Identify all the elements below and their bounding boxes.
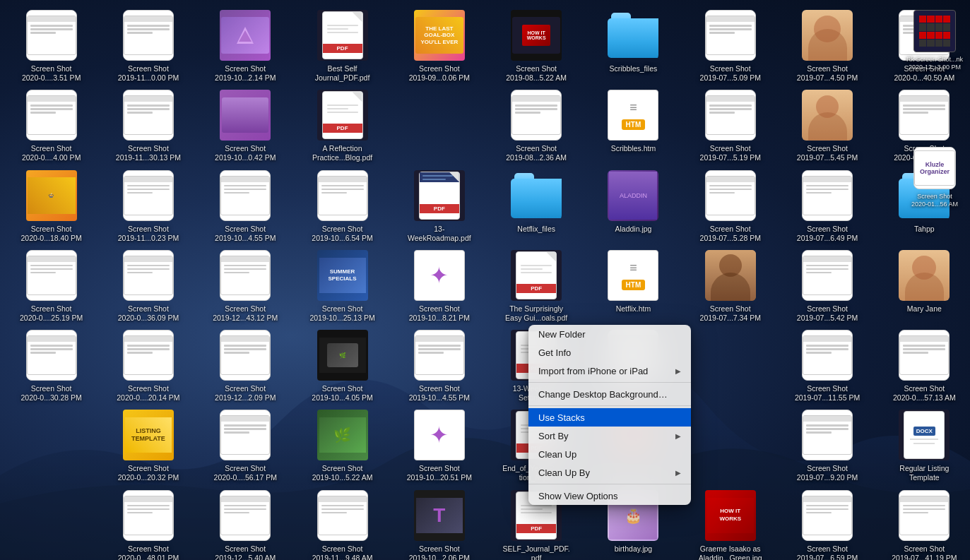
list-item[interactable]: Screen Shot2019-07...4.50 PM	[779, 6, 875, 85]
list-item[interactable]: Screen Shot2019-10...6.54 PM	[294, 166, 391, 246]
list-item[interactable]: Screen Shot2019-10...0.42 PM	[197, 85, 294, 165]
file-thumbnail	[220, 170, 271, 221]
file-label: Screen Shot2019-12...5.40 AM	[213, 544, 277, 561]
list-item[interactable]: Screen Shot2019-07...41.19 PM	[876, 486, 970, 561]
list-item[interactable]: Screen Shot2019-07...5.45 PM	[779, 85, 875, 165]
list-item[interactable]: T Screen Shot2019-10...2.06 PM	[391, 486, 487, 561]
list-item[interactable]: HOW ITWORKS Screen Shot2019-08...5.22 AM	[488, 6, 585, 85]
list-item[interactable]: PDF Best SelfJournal_PDF.pdf	[294, 6, 391, 85]
file-thumbnail	[123, 10, 174, 61]
list-item[interactable]: ✦ Screen Shot2019-10...20.51 PM	[391, 405, 487, 485]
list-item[interactable]: Screen Shot2019-07...11.55 PM	[779, 326, 875, 405]
file-label: Screen Shot2019-10...25.13 PM	[308, 304, 376, 323]
list-item[interactable]: Screen Shot2020-0....25.19 PM	[3, 246, 100, 326]
list-item[interactable]: ✦ Screen Shot2019-10...8.21 PM	[391, 246, 487, 326]
submenu-arrow-icon: ▶	[675, 367, 681, 375]
list-item[interactable]: SUMMERSPECIALS Screen Shot2019-10...25.1…	[294, 246, 391, 326]
list-item[interactable]: Screen Shot2019-12...5.40 AM	[197, 486, 294, 561]
list-item[interactable]: Screen Shot2019-11...30.13 PM	[100, 85, 196, 165]
file-label: Screen Shot2019-12...2.09 PM	[213, 384, 277, 403]
list-item[interactable]: Screen Shot2020-0....56.17 PM	[197, 405, 294, 485]
file-thumbnail	[802, 330, 853, 381]
list-item[interactable]: Screen Shot2019-08...2.36 AM	[488, 85, 585, 165]
list-item[interactable]: Screen Shot2019-11...0.00 PM	[100, 6, 196, 85]
file-thumbnail: SUMMERSPECIALS	[317, 250, 368, 301]
list-item[interactable]: Screen Shot2019-10...4.55 PM	[197, 166, 294, 246]
list-item[interactable]: Screen Shot2020-0...30.28 PM	[3, 326, 100, 405]
list-item[interactable]: Netflix_files	[488, 166, 585, 246]
menu-item-label: New Folder	[538, 329, 585, 340]
list-item[interactable]: 🌿 Screen Shot2019-10...4.05 PM	[294, 326, 391, 405]
list-item[interactable]: Screen Shot2019-12...43.12 PM	[197, 246, 294, 326]
list-item[interactable]: Scribbles_files	[585, 6, 682, 85]
list-item[interactable]: Screen Shot2019-11...0.23 PM	[100, 166, 196, 246]
list-item[interactable]: HOW ITWORKS Graeme Isaako asAladdin...Gr…	[682, 486, 779, 561]
list-item[interactable]: Screen Shot2019-10...4.55 PM	[391, 326, 487, 405]
file-thumbnail	[705, 250, 756, 301]
file-thumbnail: ✦	[414, 410, 465, 460]
menu-separator	[528, 484, 691, 484]
context-menu-item-import[interactable]: Import from iPhone or iPad ▶	[528, 362, 691, 380]
list-item[interactable]: Screen Shot2020-0....3.51 PM	[3, 6, 100, 85]
file-label: Screen Shot2020-0....25.19 PM	[18, 304, 84, 323]
list-item[interactable]: Screen Shot2020-0....4.00 PM	[3, 85, 100, 165]
file-thumbnail: KluzleOrganizer	[913, 147, 956, 189]
list-item[interactable]: 🍲 Screen Shot2020-0...18.40 PM	[3, 166, 100, 246]
list-item[interactable]: Screen Shot2019-07...9.20 PM	[779, 405, 875, 485]
file-label: Screen Shot2019-08...5.22 AM	[504, 64, 568, 83]
context-menu-item-get-info[interactable]: Get Info	[528, 343, 691, 362]
file-label: Screen Shot2020-0....20.14 PM	[115, 384, 181, 403]
list-item[interactable]: KluzleOrganizer Screen Shot2020-01...56 …	[899, 143, 970, 213]
context-menu-item-use-stacks[interactable]: Use Stacks	[528, 408, 691, 427]
context-menu-item-sort-by[interactable]: Sort By ▶	[528, 427, 691, 445]
context-menu-item-clean-up[interactable]: Clean Up	[528, 445, 691, 463]
file-thumbnail	[414, 330, 465, 381]
list-item[interactable]: LISTINGTEMPLATE Screen Shot2020-0...20.3…	[100, 405, 196, 485]
list-item[interactable]: ≡ HTM Scribbles.htm	[585, 85, 682, 165]
context-menu-item-clean-up-by[interactable]: Clean Up By ▶	[528, 463, 691, 482]
list-item[interactable]: Screen Shot2019-07...6.49 PM	[779, 166, 875, 246]
file-thumbnail: ≡ HTM	[608, 250, 658, 301]
context-menu-item-change-bg[interactable]: Change Desktop Background…	[528, 385, 691, 403]
list-item[interactable]: Screen Shot2019-07...5.42 PM	[779, 246, 875, 326]
file-label: Screen Shot2019-11...0.23 PM	[117, 225, 180, 243]
menu-item-label: Get Info	[538, 347, 571, 358]
file-label: Netflix.htm	[615, 304, 653, 314]
list-item[interactable]: ≡ HTM Netflix.htm	[585, 246, 682, 326]
context-menu-item-show-view-options[interactable]: Show View Options	[528, 487, 691, 505]
list-item[interactable]: Screen Shot2019-07...5.09 PM	[682, 6, 779, 85]
list-item[interactable]: Screen Shot2020-0...36.09 PM	[100, 246, 196, 326]
desktop: Screen Shot2020-0....3.51 PM Screen Shot…	[0, 0, 970, 560]
file-thumbnail	[220, 330, 271, 381]
file-label: Screen Shot2019-10...6.54 PM	[310, 225, 374, 243]
list-item[interactable]: ALADDIN Aladdin.jpg	[585, 166, 682, 246]
list-item[interactable]: Screen Shot2020-0...48.01 PM	[100, 486, 196, 561]
file-thumbnail	[220, 250, 271, 301]
list-item[interactable]: Mary Jane	[876, 246, 970, 326]
list-item[interactable]: PDF The SurprisinglyEasy Gui...oals.pdf	[488, 246, 585, 326]
file-label: Tahpp	[913, 225, 936, 234]
file-thumbnail	[317, 490, 368, 541]
list-item[interactable]: Screen Shot2020-0....20.14 PM	[100, 326, 196, 405]
file-thumbnail	[802, 90, 853, 141]
list-item[interactable]: Screen Shot2019-12...2.09 PM	[197, 326, 294, 405]
list-item[interactable]: Screen Shot2019-10...2.14 PM	[197, 6, 294, 85]
list-item[interactable]: PDF 13-WeekRoadmap.pdf	[391, 166, 487, 246]
file-label: Screen Shot2019-07...5.09 PM	[699, 64, 762, 83]
list-item	[682, 326, 779, 405]
list-item[interactable]: Screen Shot2019-07...5.19 PM	[682, 85, 779, 165]
list-item[interactable]: Rk Screen Shot...nk2020-12...3.00 PM	[899, 6, 970, 76]
context-menu-item-new-folder[interactable]: New Folder	[528, 325, 691, 343]
list-item[interactable]: DOCX Regular ListingTemplate	[876, 405, 970, 485]
list-item[interactable]: Screen Shot2019-07...6.59 PM	[779, 486, 875, 561]
list-item[interactable]: Screen Shot2019-07...7.34 PM	[682, 246, 779, 326]
list-item[interactable]: Screen Shot2020-0....57.13 AM	[876, 326, 970, 405]
file-label: Screen Shot2019-07...5.19 PM	[699, 144, 762, 162]
list-item[interactable]: THE LAST GOAL-BOX YOU'LL EVER Screen Sho…	[391, 6, 487, 85]
list-item[interactable]: 🌿 Screen Shot2019-10...5.22 AM	[294, 405, 391, 485]
right-edge-files: Rk Screen Shot...nk2020-12...3.00 PM Klu…	[899, 6, 970, 213]
menu-item-label: Import from iPhone or iPad	[538, 366, 648, 376]
list-item[interactable]: Screen Shot2019-07...5.28 PM	[682, 166, 779, 246]
list-item[interactable]: Screen Shot2019-11...9.48 AM	[294, 486, 391, 561]
list-item[interactable]: PDF A ReflectionPractice...Blog.pdf	[294, 85, 391, 165]
